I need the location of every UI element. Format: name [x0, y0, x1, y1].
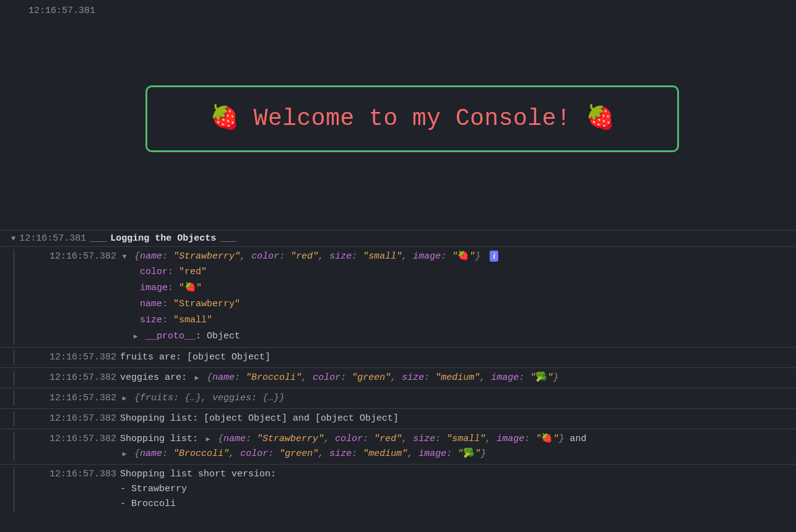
banner-timestamp: 12:16:57.381 [28, 5, 796, 17]
object-prop: image: "🍓" [120, 280, 791, 296]
console-group-header[interactable]: ▼ 12:16:57.381 ___ Logging the Objects _… [0, 231, 796, 247]
console-banner-row: 12:16:57.381 🍓 Welcome to my Console! 🍓 [0, 0, 796, 231]
disclosure-triangle-right-icon[interactable]: ▶ [131, 328, 140, 345]
disclosure-triangle-down-icon[interactable]: ▼ [11, 234, 15, 243]
disclosure-triangle-right-icon[interactable]: ▶ [193, 371, 201, 385]
object-prop: color: "red" [120, 264, 791, 280]
log-row: 12:16:57.382 veggies are: ▶ {name: "Broc… [0, 368, 796, 388]
object-proto[interactable]: ▶ __proto__: Object [120, 328, 791, 345]
log-row-object-expanded: 12:16:57.382 ▼ {name: "Strawberry", colo… [0, 247, 796, 348]
log-timestamp: 12:16:57.382 [30, 432, 120, 461]
log-timestamp: 12:16:57.382 [30, 411, 120, 426]
log-row: 12:16:57.382 Shopping list: ▶ {name: "St… [0, 429, 796, 465]
object-summary[interactable]: {name: "Strawberry", color: "red", size:… [218, 434, 569, 444]
log-row: 12:16:57.382 fruits are: [object Object] [0, 348, 796, 368]
log-content: veggies are: ▶ {name: "Broccoli", color:… [120, 371, 796, 385]
log-content: ▶ {fruits: {…}, veggies: {…}} [120, 391, 796, 406]
group-timestamp: 12:16:57.381 [19, 233, 86, 244]
object-summary[interactable]: {fruits: {…}, veggies: {…}} [134, 393, 285, 403]
object-prop: name: "Strawberry" [120, 296, 791, 312]
log-timestamp: 12:16:57.382 [30, 391, 120, 406]
log-row: 12:16:57.382 ▶ {fruits: {…}, veggies: {…… [0, 388, 796, 409]
group-rule-right: ___ [220, 233, 236, 244]
object-prop: size: "small" [120, 312, 791, 328]
log-timestamp: 12:16:57.382 [30, 350, 120, 365]
welcome-banner: 🍓 Welcome to my Console! 🍓 [145, 85, 679, 152]
log-row: 12:16:57.383 Shopping list short version… [0, 465, 796, 514]
log-content: fruits are: [object Object] [120, 350, 796, 365]
log-timestamp: 12:16:57.383 [30, 467, 120, 512]
log-content: Shopping list: ▶ {name: "Strawberry", co… [120, 432, 796, 461]
object-summary[interactable]: {name: "Broccoli", color: "green", size:… [207, 372, 558, 383]
disclosure-triangle-right-icon[interactable]: ▶ [120, 391, 129, 406]
log-content: Shopping list short version: - Strawberr… [120, 467, 796, 512]
info-badge-icon[interactable]: i [490, 251, 498, 262]
log-row: 12:16:57.382 Shopping list: [object Obje… [0, 409, 796, 429]
disclosure-triangle-right-icon[interactable]: ▶ [204, 432, 212, 447]
log-timestamp: 12:16:57.382 [30, 371, 120, 385]
group-title: Logging the Objects [110, 233, 216, 244]
log-timestamp: 12:16:57.382 [30, 249, 120, 345]
disclosure-triangle-right-icon[interactable]: ▶ [120, 447, 129, 461]
log-content: ▼ {name: "Strawberry", color: "red", siz… [120, 249, 796, 345]
object-summary[interactable]: {name: "Broccoli", color: "green", size:… [134, 448, 486, 459]
disclosure-triangle-down-icon[interactable]: ▼ [120, 249, 129, 264]
group-rule-left: ___ [90, 233, 106, 244]
log-content: Shopping list: [object Object] and [obje… [120, 411, 796, 426]
object-summary[interactable]: {name: "Strawberry", color: "red", size:… [134, 251, 486, 262]
